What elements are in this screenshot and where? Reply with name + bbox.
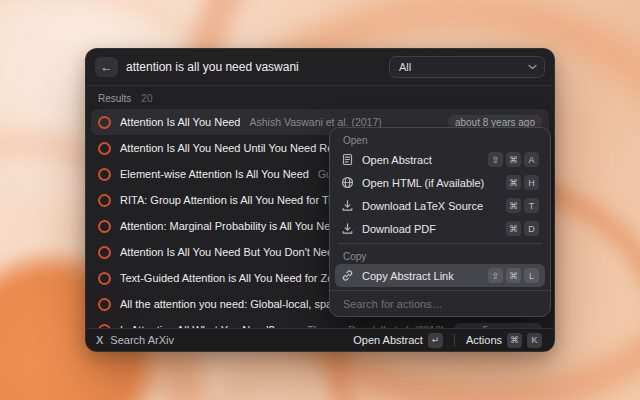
footer-divider bbox=[454, 334, 455, 347]
arxiv-paper-icon bbox=[98, 272, 111, 285]
result-title: Attention: Marginal Probability is All Y… bbox=[120, 220, 349, 232]
download-icon bbox=[341, 199, 354, 212]
raycast-window: ← All Results 20 Attention Is All You Ne… bbox=[85, 48, 555, 352]
actions-label: Actions bbox=[466, 334, 502, 346]
shortcut-keys: ⇧ ⌘ L bbox=[488, 268, 539, 283]
result-title: Element-wise Attention Is All You Need bbox=[120, 168, 309, 180]
enter-keycap: ↵ bbox=[428, 333, 443, 348]
action-item-open-html[interactable]: Open HTML (if Available) ⌘ H bbox=[335, 171, 545, 194]
keycap: T bbox=[524, 198, 539, 213]
arxiv-extension-icon: X bbox=[96, 334, 103, 346]
document-icon bbox=[341, 153, 354, 166]
result-row[interactable]: Is Attention All What You Need? -- An Em… bbox=[91, 317, 549, 328]
action-label: Open HTML (if Available) bbox=[362, 177, 498, 189]
panel-section-title: Copy bbox=[335, 247, 545, 264]
results-count: 20 bbox=[141, 93, 152, 104]
footer-actions: Open Abstract ↵ Actions ⌘ K bbox=[351, 332, 544, 349]
results-header: Results 20 bbox=[86, 86, 554, 107]
panel-divider bbox=[338, 243, 542, 244]
status-bar: X Search ArXiv Open Abstract ↵ Actions ⌘… bbox=[86, 328, 554, 351]
keycap: L bbox=[524, 268, 539, 283]
panel-section-title: Open bbox=[335, 131, 545, 148]
shortcut-keys: ⌘ D bbox=[506, 221, 539, 236]
filter-dropdown[interactable]: All bbox=[389, 56, 545, 78]
keycap: D bbox=[524, 221, 539, 236]
globe-icon bbox=[341, 176, 354, 189]
arxiv-paper-icon bbox=[98, 194, 111, 207]
keycap: ⌘ bbox=[506, 268, 521, 283]
action-item-download-pdf[interactable]: Download PDF ⌘ D bbox=[335, 217, 545, 240]
link-icon bbox=[341, 269, 354, 282]
keycap: ⌘ bbox=[506, 175, 521, 190]
primary-action-label: Open Abstract bbox=[353, 334, 423, 346]
keycap: ⌘ bbox=[506, 221, 521, 236]
extension-name: Search ArXiv bbox=[110, 334, 174, 346]
arxiv-paper-icon bbox=[98, 116, 111, 129]
keycap: ⌘ bbox=[506, 152, 521, 167]
shortcut-keys: ⇧ ⌘ A bbox=[488, 152, 539, 167]
search-bar: ← All bbox=[86, 49, 554, 86]
download-icon bbox=[341, 222, 354, 235]
action-item-download-latex[interactable]: Download LaTeX Source ⌘ T bbox=[335, 194, 545, 217]
arxiv-paper-icon bbox=[98, 142, 111, 155]
keycap: A bbox=[524, 152, 539, 167]
back-button[interactable]: ← bbox=[95, 57, 118, 77]
filter-dropdown-value: All bbox=[399, 61, 411, 73]
actions-button[interactable]: Actions ⌘ K bbox=[464, 332, 544, 349]
arxiv-paper-icon bbox=[98, 298, 111, 311]
shortcut-keys: ⌘ T bbox=[506, 198, 539, 213]
action-label: Download LaTeX Source bbox=[362, 200, 498, 212]
keycap: ⇧ bbox=[488, 268, 503, 283]
action-item-open-abstract[interactable]: Open Abstract ⇧ ⌘ A bbox=[335, 148, 545, 171]
action-search bbox=[330, 290, 550, 316]
result-title: Attention Is All You Need bbox=[120, 116, 240, 128]
keycap: ⌘ bbox=[506, 198, 521, 213]
search-input[interactable] bbox=[126, 60, 381, 74]
cmd-keycap: ⌘ bbox=[507, 333, 522, 348]
shortcut-keys: ⌘ H bbox=[506, 175, 539, 190]
arxiv-paper-icon bbox=[98, 220, 111, 233]
keycap: ⇧ bbox=[488, 152, 503, 167]
results-label: Results bbox=[98, 93, 131, 104]
arxiv-paper-icon bbox=[98, 246, 111, 259]
keycap: H bbox=[524, 175, 539, 190]
action-label: Copy Abstract Link bbox=[362, 270, 480, 282]
arxiv-paper-icon bbox=[98, 168, 111, 181]
action-item-copy-abstract-link[interactable]: Copy Abstract Link ⇧ ⌘ L bbox=[335, 264, 545, 287]
k-keycap: K bbox=[527, 333, 542, 348]
action-panel: Open Open Abstract ⇧ ⌘ A Open HTML (if A… bbox=[329, 127, 551, 317]
action-label: Open Abstract bbox=[362, 154, 480, 166]
action-search-input[interactable] bbox=[343, 298, 537, 310]
primary-action-button[interactable]: Open Abstract ↵ bbox=[351, 332, 445, 349]
action-label: Download PDF bbox=[362, 223, 498, 235]
chevron-down-icon bbox=[528, 64, 537, 70]
